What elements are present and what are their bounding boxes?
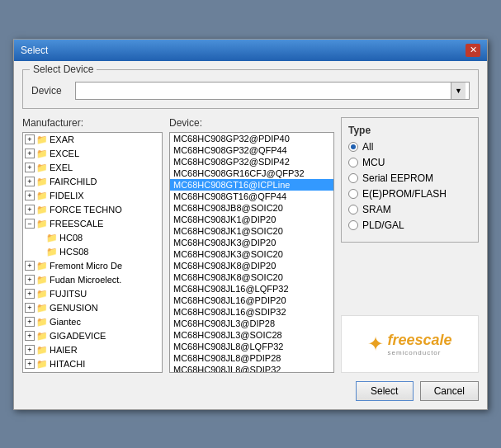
tree-item-genusion[interactable]: +📁GENUSION bbox=[23, 301, 162, 315]
folder-icon: 📁 bbox=[36, 289, 48, 299]
tree-item-freescale[interactable]: −📁FREESCALE bbox=[23, 217, 162, 231]
list-item[interactable]: MC68HC908JK8@SOIC20 bbox=[170, 271, 333, 283]
device-header: Device: bbox=[169, 117, 334, 129]
freescale-brand: freescale semiconductor bbox=[387, 332, 451, 356]
select-dialog: Select ✕ Select Device Device ▼ Manufact… bbox=[13, 39, 488, 410]
radio-circle-eprom-flash bbox=[348, 189, 358, 199]
folder-icon: 📁 bbox=[36, 149, 48, 159]
tree-item-label: EXAR bbox=[50, 134, 74, 144]
tree-item-fujitsu[interactable]: +📁FUJITSU bbox=[23, 287, 162, 301]
tree-item-haier[interactable]: +📁HAIER bbox=[23, 343, 162, 357]
list-item[interactable]: MC68HC908JK1@DIP20 bbox=[170, 214, 333, 225]
tree-item-label: FREESCALE bbox=[50, 219, 103, 229]
manufacturer-header: Manufacturer: bbox=[22, 117, 163, 129]
tree-item-excel[interactable]: +📁EXCEL bbox=[23, 147, 162, 161]
child-folder-icon: 📁 bbox=[46, 233, 58, 243]
expand-icon[interactable]: + bbox=[25, 163, 35, 172]
device-combo[interactable]: ▼ bbox=[75, 82, 470, 100]
tree-item-exel[interactable]: +📁EXEL bbox=[23, 161, 162, 175]
list-item[interactable]: MC68HC908JK8@DIP20 bbox=[170, 260, 333, 271]
tree-item-force-techno[interactable]: +📁FORCE TECHNO bbox=[23, 203, 162, 217]
tree-item-label: GIGADEVICE bbox=[50, 331, 106, 341]
tree-item-hitachi[interactable]: +📁HITACHI bbox=[23, 357, 162, 371]
folder-icon: 📁 bbox=[36, 303, 48, 314]
manufacturer-list[interactable]: +📁EXAR+📁EXCEL+📁EXEL+📁FAIRCHILD+📁FIDELIX+… bbox=[22, 132, 163, 373]
expand-icon[interactable]: + bbox=[25, 289, 35, 299]
expand-icon[interactable]: + bbox=[25, 177, 35, 186]
tree-item-fremont[interactable]: +📁Fremont Micro De bbox=[23, 259, 162, 273]
list-item[interactable]: MC68HC908JB8@SOIC20 bbox=[170, 202, 333, 214]
cancel-button[interactable]: Cancel bbox=[420, 381, 479, 401]
tree-child-hcs08[interactable]: 📁HCS08 bbox=[23, 245, 162, 259]
expand-icon[interactable]: + bbox=[25, 359, 35, 369]
list-item[interactable]: MC68HC908GP32@SDIP42 bbox=[170, 156, 333, 167]
folder-icon: 📁 bbox=[36, 163, 48, 173]
window-body: Select Device Device ▼ Manufacturer: +📁E… bbox=[14, 61, 487, 409]
tree-item-label: GENUSION bbox=[50, 303, 98, 313]
list-item[interactable]: MC68HC908JL16@SDIP32 bbox=[170, 306, 333, 318]
folder-icon: 📁 bbox=[36, 331, 48, 342]
device-label: Device bbox=[31, 85, 69, 97]
list-item[interactable]: MC68HC908GT16@QFP44 bbox=[170, 191, 333, 202]
expand-icon[interactable]: + bbox=[25, 331, 35, 341]
expand-icon[interactable]: + bbox=[25, 275, 35, 285]
list-item[interactable]: MC68HC908JL16@LQFP32 bbox=[170, 283, 333, 295]
radio-eprom-flash[interactable]: E(E)PROM/FLASH bbox=[348, 188, 471, 200]
list-item[interactable]: MC68HC908GR16CFJ@QFP32 bbox=[170, 167, 333, 179]
tree-item-label: HAIER bbox=[50, 345, 78, 355]
tree-item-fudan[interactable]: +📁Fudan Microelect. bbox=[23, 273, 162, 287]
list-item[interactable]: MC68HC908JL8@SDIP32 bbox=[170, 364, 333, 373]
tree-item-exar[interactable]: +📁EXAR bbox=[23, 133, 162, 147]
tree-item-fairchild[interactable]: +📁FAIRCHILD bbox=[23, 175, 162, 189]
radio-circle-pld-gal bbox=[348, 220, 358, 230]
radio-serial-eeprom[interactable]: Serial EEPROM bbox=[348, 172, 471, 184]
tree-item-label: HITACHI bbox=[50, 359, 85, 369]
list-item[interactable]: MC68HC908JK3@DIP20 bbox=[170, 237, 333, 248]
freescale-logo: ✦ freescale semiconductor bbox=[341, 315, 479, 373]
radio-sram[interactable]: SRAM bbox=[348, 204, 471, 215]
folder-icon: 📁 bbox=[36, 205, 48, 215]
expand-icon[interactable]: + bbox=[25, 345, 35, 355]
tree-child-hc08[interactable]: 📁HC08 bbox=[23, 231, 162, 245]
expand-icon[interactable]: − bbox=[25, 219, 35, 229]
expand-icon[interactable]: + bbox=[25, 317, 35, 327]
select-button[interactable]: Select bbox=[356, 381, 414, 401]
list-item[interactable]: MC68HC908GP32@PDIP40 bbox=[170, 133, 333, 144]
folder-icon: 📁 bbox=[36, 191, 48, 201]
tree-item-fidelix[interactable]: +📁FIDELIX bbox=[23, 189, 162, 203]
expand-icon[interactable]: + bbox=[25, 303, 35, 313]
expand-icon[interactable]: + bbox=[25, 205, 35, 215]
list-item[interactable]: MC68HC908JL16@PDIP20 bbox=[170, 295, 333, 306]
expand-icon[interactable]: + bbox=[25, 261, 35, 271]
folder-icon: 📁 bbox=[36, 177, 48, 187]
list-item[interactable]: MC68HC908JL3@DIP28 bbox=[170, 318, 333, 329]
expand-icon[interactable]: + bbox=[25, 134, 35, 144]
radio-circle-serial-eeprom bbox=[348, 173, 358, 183]
child-folder-icon: 📁 bbox=[46, 247, 58, 257]
radio-mcu[interactable]: MCU bbox=[348, 157, 471, 168]
type-panel: Type AllMCUSerial EEPROME(E)PROM/FLASHSR… bbox=[341, 117, 479, 373]
folder-icon: 📁 bbox=[36, 219, 48, 229]
list-item[interactable]: MC68HC908GT16@ICPLine bbox=[170, 179, 333, 191]
expand-icon[interactable]: + bbox=[25, 191, 35, 200]
freescale-subtext: semiconductor bbox=[387, 349, 451, 356]
list-item[interactable]: MC68HC908JK3@SOIC20 bbox=[170, 248, 333, 260]
list-item[interactable]: MC68HC908JL3@SOIC28 bbox=[170, 329, 333, 341]
folder-icon: 📁 bbox=[36, 261, 48, 271]
expand-icon[interactable]: + bbox=[25, 149, 35, 158]
radio-pld-gal[interactable]: PLD/GAL bbox=[348, 219, 471, 231]
device-list[interactable]: MC68HC908GP32@PDIP40MC68HC908GP32@QFP44M… bbox=[169, 132, 334, 373]
tree-item-gigadevice[interactable]: +📁GIGADEVICE bbox=[23, 329, 162, 343]
list-item[interactable]: MC68HC908JL8@PDIP28 bbox=[170, 352, 333, 364]
tree-item-holtek[interactable]: +📁HOLTEK bbox=[23, 371, 162, 373]
combo-arrow-icon[interactable]: ▼ bbox=[451, 83, 466, 99]
list-item[interactable]: MC68HC908JK1@SOIC20 bbox=[170, 225, 333, 237]
type-group: Type AllMCUSerial EEPROME(E)PROM/FLASHSR… bbox=[341, 117, 479, 243]
window-title: Select bbox=[21, 45, 48, 56]
list-item[interactable]: MC68HC908JL8@LQFP32 bbox=[170, 341, 333, 352]
radio-all[interactable]: All bbox=[348, 141, 471, 153]
tree-item-label: FIDELIX bbox=[50, 191, 84, 200]
tree-item-giantec[interactable]: +📁Giantec bbox=[23, 315, 162, 329]
list-item[interactable]: MC68HC908GP32@QFP44 bbox=[170, 144, 333, 156]
close-button[interactable]: ✕ bbox=[466, 44, 480, 57]
